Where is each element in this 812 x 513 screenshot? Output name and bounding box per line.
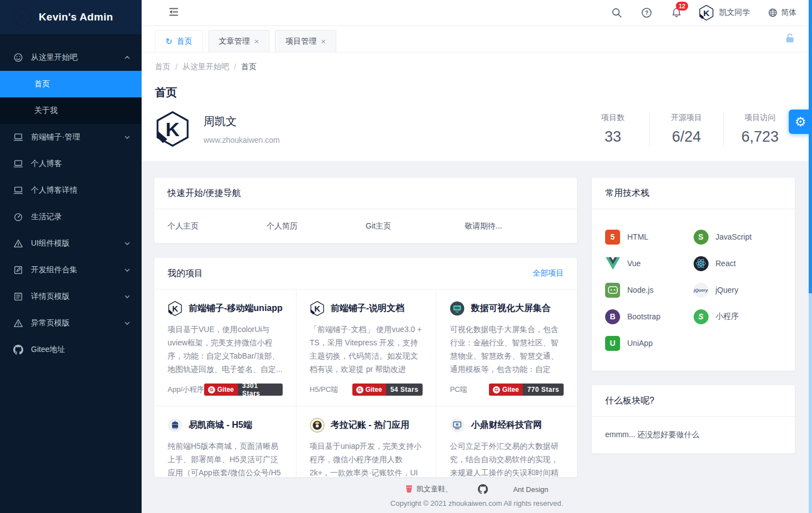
- tech-item-react[interactable]: React: [694, 250, 782, 277]
- smiley-icon: [13, 53, 23, 63]
- gauge-icon: [13, 212, 23, 222]
- ant-design-link[interactable]: Ant Design: [513, 485, 549, 494]
- quick-link-git[interactable]: Git主页: [366, 221, 465, 231]
- sidebar-item-detail-templates[interactable]: 详情页模版: [0, 283, 142, 310]
- notification-badge: 12: [676, 2, 688, 11]
- project-title: 数据可视化大屏集合: [471, 303, 550, 314]
- project-card-fintech[interactable]: 小鼎财经科技官网 公司立足于外汇交易的大数据研究，结合自动交易软件的实现，来规避…: [436, 406, 577, 478]
- project-card-koala[interactable]: 考拉记账 - 热门应用 项目基于uniap开发，完美支持小程序，微信小程序使用人…: [296, 406, 437, 478]
- language-label: 简体: [781, 8, 797, 18]
- gitee-stars-badge[interactable]: GGitee 3301 Stars: [204, 384, 283, 396]
- scrollbar-thumb[interactable]: [809, 0, 812, 293]
- sidebar-item-ui-templates[interactable]: UI组件模版: [0, 230, 142, 257]
- divider: [723, 112, 723, 146]
- quick-link-resume[interactable]: 个人简历: [267, 221, 366, 231]
- notification-bell-icon[interactable]: 12: [671, 7, 682, 18]
- jquery-icon: jQuery: [694, 283, 709, 298]
- stat-label: 项目访问: [733, 113, 787, 123]
- tab-articles[interactable]: 文章管理 ×: [209, 30, 270, 52]
- tech-item-vue[interactable]: Vue: [605, 250, 694, 277]
- breadcrumb-item[interactable]: 从这里开始吧: [183, 62, 229, 72]
- sidebar-item-error-templates[interactable]: 异常页模版: [0, 310, 142, 336]
- laptop-icon: [13, 132, 23, 142]
- search-icon[interactable]: [611, 7, 622, 18]
- github-link[interactable]: [478, 484, 488, 494]
- profile-website-link[interactable]: www.zhoukaiwen.com: [204, 136, 280, 144]
- sidebar-item-life-record[interactable]: 生活记录: [0, 204, 142, 230]
- quick-link-homepage[interactable]: 个人主页: [168, 221, 267, 231]
- close-icon[interactable]: ×: [321, 37, 326, 46]
- app-title: Kevin's Admin: [39, 11, 113, 23]
- tech-item-javascript[interactable]: S JavaScript: [694, 224, 782, 250]
- card-title: 什么板块呢?: [605, 395, 654, 407]
- uniapp-icon: U: [605, 336, 620, 351]
- stars-count: 3301 Stars: [238, 384, 283, 396]
- koala-icon: [310, 418, 325, 433]
- sidebar-item-blog-detail[interactable]: 个人博客详情: [0, 177, 142, 204]
- tech-item-jquery[interactable]: jQuery jQuery: [694, 277, 782, 303]
- tech-item-miniprogram[interactable]: S 小程序: [694, 303, 782, 330]
- sidebar: Kevin's Admin 从这里开始吧 首页 关于我 前端铺子·管理 个人博客: [0, 0, 142, 513]
- project-card-mall[interactable]: 易凯商城 - H5端 纯前端H5版本商城，页面清晰易上手、部署简单、H5灵活可广…: [154, 406, 296, 478]
- author-link[interactable]: 凯文童鞋、: [405, 484, 452, 494]
- brand-logo-icon: [12, 7, 32, 27]
- sidebar-item-label: 个人博客详情: [31, 185, 131, 195]
- stat-opensource: 开源项目 6/24: [660, 113, 713, 146]
- board-content: emmm... 还没想好要做什么: [592, 417, 795, 453]
- tech-item-bootstrap[interactable]: B Bootstrap: [605, 303, 694, 330]
- scrollbar-track[interactable]: [809, 0, 812, 513]
- tech-item-html[interactable]: 5 HTML: [605, 224, 694, 250]
- refresh-icon[interactable]: ↻: [165, 37, 173, 45]
- sidebar-item-gitee[interactable]: Gitee地址: [0, 336, 142, 363]
- sidebar-item-shop-admin[interactable]: 前端铺子·管理: [0, 124, 142, 151]
- all-projects-link[interactable]: 全部项目: [533, 268, 564, 278]
- sidebar-item-start[interactable]: 从这里开始吧: [0, 44, 142, 71]
- language-switcher[interactable]: 简体: [768, 8, 797, 18]
- collapse-menu-icon[interactable]: [168, 7, 179, 18]
- warning-triangle-icon: [13, 239, 23, 248]
- project-description: 公司立足于外汇交易的大数据研究，结合自动交易软件的实现，来规避人工操作的失误和时…: [450, 439, 564, 478]
- page-footer: 凯文童鞋、 Ant Design Copyright © 2021 zhouka…: [142, 478, 812, 513]
- drink-icon: [405, 485, 413, 494]
- stat-visits: 项目访问 6,723: [733, 113, 787, 146]
- gitee-stars-badge[interactable]: GGitee 54 Stars: [352, 384, 423, 396]
- stars-count: 770 Stars: [523, 384, 564, 396]
- sidebar-item-label: 首页: [34, 79, 131, 89]
- card-title: 我的项目: [168, 268, 203, 279]
- stars-count: 54 Stars: [386, 384, 423, 396]
- left-column: 快速开始/便捷导航 个人主页 个人简历 Git主页 敬请期待... 我的项目 全…: [154, 177, 577, 478]
- unlock-icon[interactable]: [784, 33, 795, 44]
- breadcrumb-item[interactable]: 首页: [155, 62, 170, 72]
- tech-item-nodejs[interactable]: Node.js: [605, 277, 694, 303]
- gitee-logo-icon: G: [208, 386, 215, 393]
- laptop-icon: [13, 185, 23, 195]
- settings-button[interactable]: ⚙: [789, 110, 812, 134]
- sidebar-item-about[interactable]: 关于我: [0, 97, 142, 124]
- sidebar-item-label: 从这里开始吧: [31, 53, 124, 63]
- sidebar-item-blog[interactable]: 个人博客: [0, 151, 142, 177]
- project-card-uniapp[interactable]: 前端铺子-移动端uniapp 项目基于VUE，使用colorUi与uview框架…: [154, 289, 296, 406]
- sidebar-item-dev-components[interactable]: 开发组件合集: [0, 257, 142, 283]
- page-header-section: 首页 / 从这里开始吧 / 首页 首页 周凯文 www.zhoukaiwen.c…: [142, 53, 812, 161]
- breadcrumb: 首页 / 从这里开始吧 / 首页: [155, 62, 795, 72]
- close-icon[interactable]: ×: [254, 37, 259, 46]
- user-menu[interactable]: 凯文同学: [699, 5, 750, 20]
- tab-home[interactable]: ↻ 首页: [155, 30, 203, 52]
- help-icon[interactable]: ?: [641, 7, 652, 18]
- project-description: 可视化数据电子大屏集合，包含行业：金融行业、智慧社区、智慧物业、智慧政务、智慧交…: [450, 323, 564, 376]
- copyright: Copyright © 2021 zhoukaiwen.com All righ…: [142, 499, 812, 513]
- project-card-docs[interactable]: 前端铺子-说明文档 「前端铺子·文档」 使用vue3.0 + TS，采用 Vit…: [296, 289, 437, 406]
- project-card-bigscreen[interactable]: 数据可视化大屏集合 可视化数据电子大屏集合，包含行业：金融行业、智慧社区、智慧物…: [436, 289, 577, 406]
- project-title: 前端铺子-说明文档: [331, 303, 404, 314]
- screen-icon: [450, 301, 465, 316]
- gitee-stars-badge[interactable]: GGitee 770 Stars: [489, 384, 564, 396]
- sidebar-item-home[interactable]: 首页: [0, 71, 142, 97]
- sidebar-item-label: Gitee地址: [31, 345, 131, 355]
- card-title: 快速开始/便捷导航: [168, 188, 241, 199]
- chevron-down-icon: [124, 134, 131, 141]
- app-logo[interactable]: Kevin's Admin: [0, 0, 142, 34]
- tab-projects[interactable]: 项目管理 ×: [275, 30, 336, 52]
- quick-link-coming-soon[interactable]: 敬请期待...: [465, 221, 564, 231]
- tech-item-uniapp[interactable]: U UniApp: [605, 330, 694, 356]
- project-description: 项目基于VUE，使用colorUi与uview框架，完美支持微信小程序，功能：自…: [168, 323, 283, 376]
